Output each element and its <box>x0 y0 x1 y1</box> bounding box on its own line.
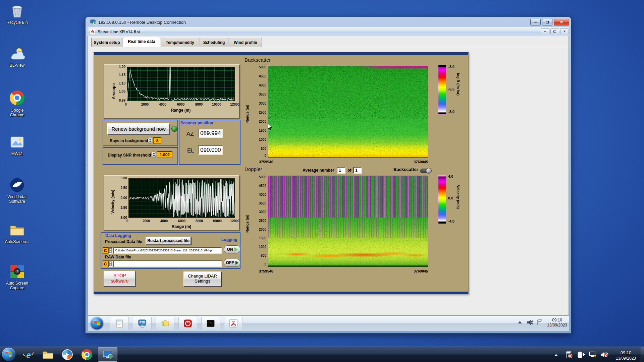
doppler-ylabel: Range (m) <box>245 215 249 233</box>
tab-system-setup[interactable]: System setup <box>91 38 122 47</box>
doppler-orange-layer <box>268 247 428 261</box>
host-tray-battery-icon[interactable] <box>577 351 586 360</box>
processed-path-field[interactable]: C:\Lidar\Data\Proc\2023\202309\20230913\… <box>113 247 222 254</box>
remote-tray-network-icon[interactable] <box>537 319 544 327</box>
processed-browse-icon[interactable] <box>108 247 113 254</box>
remote-taskbar-sticky-notes[interactable] <box>156 317 174 330</box>
rays-value-field[interactable]: 8 <box>153 137 161 144</box>
remote-taskbar-streamline-xr[interactable]: XR <box>224 317 243 330</box>
average-count-field[interactable]: 1 <box>353 167 362 174</box>
host-tray-chevron-icon[interactable] <box>554 354 558 356</box>
backscatter-colorbar-label: log B (/m /sr) <box>456 73 460 96</box>
rays-label: Rays in background <box>110 138 148 143</box>
backscatter-top-magenta-band <box>361 66 428 68</box>
app-close-button[interactable]: × <box>560 28 569 34</box>
raw-path-field[interactable] <box>113 260 222 267</box>
rdp-icon <box>90 19 96 25</box>
host-taskbar-rdp-active[interactable] <box>98 347 117 362</box>
rdp-close-button[interactable]: ✕ <box>554 19 569 25</box>
rdp-minimize-button[interactable]: ‒ <box>530 19 541 25</box>
tab-scheduling[interactable]: Scheduling <box>200 38 228 47</box>
raw-drive-box[interactable]: C <box>103 260 108 267</box>
velocity-ylabel: Velocity (m/s) <box>111 190 115 214</box>
rays-spinner[interactable] <box>148 137 152 144</box>
backscatter-heatmap <box>268 66 428 158</box>
tab-wind-profile[interactable]: Wind profile <box>229 38 262 47</box>
chrome-icon <box>9 90 25 107</box>
show-desktop-button[interactable] <box>641 347 644 362</box>
tab-temp-humidity[interactable]: Temp/humidity <box>161 38 199 47</box>
doppler-ground-line <box>268 265 428 266</box>
processed-logging-on-button[interactable]: ON <box>224 245 240 253</box>
host-taskbar <box>0 347 644 362</box>
desktop-icon-auto-screen-capture[interactable]: Auto Screen Capture <box>4 263 30 290</box>
backscatter-toggle[interactable] <box>420 169 431 173</box>
remote-taskbar-power-app[interactable] <box>178 317 197 330</box>
desktop-icon-mw41[interactable]: MW41 <box>4 134 30 156</box>
wind-lidar-icon <box>9 177 25 193</box>
desktop-icon-bl-view[interactable]: BL-View <box>4 46 30 68</box>
ascope-plot <box>127 67 235 101</box>
el-value-field[interactable]: 090.000 <box>198 145 223 155</box>
doppler-x-end: 3760045 <box>411 269 428 273</box>
processed-drive-box[interactable]: C <box>103 247 108 254</box>
app-vi-icon <box>90 29 95 34</box>
average-number-field[interactable]: 1 <box>337 167 345 174</box>
host-start-button[interactable] <box>2 348 15 361</box>
host-taskbar-internet-explorer[interactable]: e <box>21 348 36 361</box>
az-value-field[interactable]: 089.994 <box>198 129 223 138</box>
remote-taskbar-notepad[interactable] <box>110 317 129 330</box>
raw-data-file-label: RAW Data file <box>105 255 131 259</box>
velocity-xlabel: Range (m) <box>165 224 198 229</box>
el-label: EL <box>187 147 194 154</box>
remote-clock[interactable]: 09:1013/09/2023 <box>544 318 570 328</box>
folder-icon <box>9 222 25 238</box>
remote-taskbar-control-panel[interactable] <box>133 317 152 330</box>
change-lidar-settings-button[interactable]: Change LiDARSettings <box>183 272 221 287</box>
host-tray-action-center-icon[interactable] <box>565 351 573 360</box>
tab-real-time-data[interactable]: Real time data <box>123 37 160 47</box>
desktop-icon-recycle-bin[interactable]: Recycle Bin <box>4 3 30 25</box>
svg-text:C:\_: C:\_ <box>208 321 213 324</box>
snr-label: Display SNR threshold <box>108 153 151 158</box>
logging-label: Logging <box>221 237 237 242</box>
recycle-bin-icon <box>9 3 25 19</box>
app-restore-button[interactable] <box>550 28 559 34</box>
backscatter-ylabel: Range (m) <box>245 105 249 123</box>
auto-screen-capture-icon <box>9 263 25 280</box>
stop-software-button[interactable]: STOPsoftware <box>104 271 136 287</box>
svg-text:XR: XR <box>232 320 235 323</box>
app-minimize-button[interactable]: ‒ <box>541 28 549 34</box>
snr-value-field[interactable]: 1.002 <box>157 151 172 158</box>
desktop-icon-wind-lidar[interactable]: Wind Lidar Software <box>4 177 30 204</box>
host-taskbar-explorer-folder[interactable] <box>40 348 56 361</box>
renew-background-button[interactable]: Renew background now <box>107 123 170 135</box>
host-taskbar-media-player[interactable] <box>60 348 75 361</box>
average-number-label: Average number <box>303 168 334 173</box>
rdp-maximize-button[interactable] <box>542 19 552 25</box>
backscatter-toggle-label: Backscatter <box>393 167 418 172</box>
raw-logging-off-button[interactable]: OFF <box>224 259 240 267</box>
remote-tray-volume-icon[interactable] <box>527 319 534 327</box>
remote-start-button[interactable] <box>91 317 103 329</box>
desktop-icon-autoscreen-folder[interactable]: AutoScreen... <box>4 222 30 244</box>
remote-taskbar-command-prompt[interactable]: C:\_ <box>201 317 220 330</box>
desktop-icon-google-chrome[interactable]: Google Chrome <box>4 90 30 117</box>
host-clock[interactable]: 09:1013/09/2023 <box>612 350 640 361</box>
host-tray-volume-muted-icon[interactable] <box>600 351 609 360</box>
raw-browse-icon[interactable] <box>108 260 113 267</box>
restart-processed-file-button[interactable]: Restart processed file <box>146 237 191 245</box>
snr-spinner[interactable] <box>152 151 156 158</box>
app-titlebar <box>88 27 569 36</box>
host-tray-network-warning-icon[interactable] <box>589 351 597 360</box>
host-taskbar-chrome[interactable] <box>79 348 95 361</box>
scanner-position-title: Scanner position <box>180 121 213 125</box>
backscatter-colorbar <box>438 65 446 114</box>
doppler-title: Doppler <box>245 166 262 172</box>
processed-data-file-label: Processed Data file <box>105 239 142 244</box>
doppler-heatmap <box>268 176 428 267</box>
doppler-x-start: 3759546 <box>259 269 273 273</box>
remote-tray-chevron-icon[interactable] <box>518 321 522 323</box>
data-logging-title: Data Logging <box>105 233 131 238</box>
on-led <box>234 247 237 251</box>
